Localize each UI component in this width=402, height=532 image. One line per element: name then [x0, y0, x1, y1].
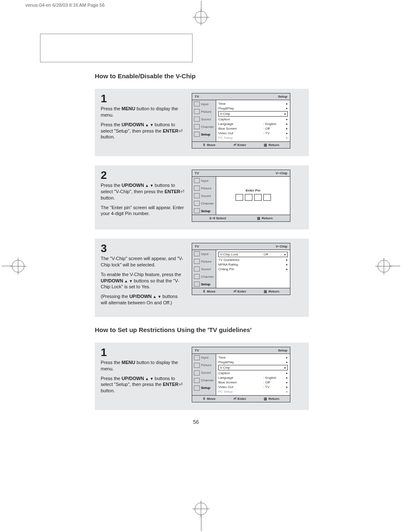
- step-number: 1: [101, 93, 185, 104]
- registration-mark-bottom: [195, 508, 207, 531]
- osd-side-input: Input: [192, 100, 216, 108]
- osd-side-channel: Channel: [192, 273, 216, 280]
- osd-title-section: V−Chip: [276, 171, 287, 175]
- step-block-b1: 1 Press the MENU button to display the m…: [95, 343, 309, 410]
- osd-side-picture: Picture: [192, 258, 216, 265]
- step-block-3: 3 The "V-Chip" screen will appear, and "…: [95, 239, 309, 317]
- title-placeholder-box: [40, 34, 193, 62]
- crop-mark-tag: venus-04-en 6/28/03 8:16 AM Page 56: [25, 3, 105, 8]
- osd-side-sound: Sound: [192, 192, 216, 200]
- osd-side-channel: Channel: [192, 123, 216, 130]
- osd-side-sound: Sound: [192, 265, 216, 273]
- osd-title-tv: TV: [195, 95, 199, 98]
- enter-pin-label: Enter Pin: [246, 189, 260, 192]
- osd-title-tv: TV: [195, 171, 199, 175]
- registration-mark-right: [384, 266, 400, 266]
- section-heading-2: How to Set up Restrictions Using the 'TV…: [95, 326, 360, 333]
- osd-side-setup: Setup: [192, 207, 216, 215]
- step-paragraph: The "Enter pin" screen will appear. Ente…: [101, 205, 185, 217]
- osd-side-input: Input: [192, 354, 216, 362]
- registration-mark-top: [195, 1, 207, 24]
- osd-side-setup: Setup: [192, 384, 216, 392]
- osd-screenshot-vchip-menu: TV V−Chip Input Picture Sound Channel Se…: [192, 243, 290, 295]
- osd-title-section: Setup: [278, 348, 287, 352]
- osd-side-input: Input: [192, 250, 216, 258]
- osd-side-setup: Setup: [192, 130, 216, 138]
- osd-screenshot-setup: TV Setup Input Picture Sound Channel Set…: [192, 347, 290, 402]
- osd-title-section: Setup: [278, 95, 287, 98]
- osd-side-picture: Picture: [192, 362, 216, 369]
- step-paragraph: (Pressing the UP/DOWN ▲ ▼ buttons will a…: [101, 293, 185, 306]
- osd-title-tv: TV: [195, 348, 199, 352]
- step-number: 2: [101, 170, 185, 181]
- step-paragraph: Press the UP/DOWN ▲ ▼ buttons to select …: [101, 182, 185, 201]
- osd-side-sound: Sound: [192, 369, 216, 377]
- step-paragraph: To enable the V-Chip feature, press the …: [101, 271, 185, 290]
- osd-row-highlighted: V-Chip▸: [218, 365, 288, 370]
- step-number: 1: [101, 347, 185, 358]
- pin-entry-boxes: [236, 194, 271, 201]
- step-paragraph: Press the UP/DOWN ▲ ▼ buttons to select …: [101, 375, 185, 394]
- osd-side-setup: Setup: [192, 280, 216, 288]
- step-block-1: 1 Press the MENU button to display the m…: [95, 89, 309, 156]
- osd-screenshot-vchip-pin: TV V−Chip Input Picture Sound Channel Se…: [192, 170, 290, 222]
- osd-row-highlighted: V-Chip▸: [218, 111, 288, 117]
- osd-side-picture: Picture: [192, 184, 216, 192]
- osd-side-channel: Channel: [192, 200, 216, 207]
- step-paragraph: Press the UP/DOWN ▲ ▼ buttons to select …: [101, 122, 185, 141]
- osd-side-input: Input: [192, 177, 216, 184]
- step-paragraph: Press the MENU button to display the men…: [101, 106, 185, 118]
- registration-mark-left: [2, 266, 18, 266]
- osd-side-channel: Channel: [192, 377, 216, 384]
- step-block-2: 2 Press the UP/DOWN ▲ ▼ buttons to selec…: [95, 165, 309, 229]
- osd-side-sound: Sound: [192, 115, 216, 123]
- step-paragraph: The "V-Chip" screen will appear, and "V-…: [101, 255, 185, 268]
- osd-title-section: V−Chip: [276, 245, 287, 248]
- osd-screenshot-setup: TV Setup Input Picture Sound Channel Set…: [192, 93, 290, 149]
- osd-side-picture: Picture: [192, 108, 216, 115]
- section-heading-1: How to Enable/Disable the V-Chip: [95, 72, 360, 80]
- step-paragraph: Press the MENU button to display the men…: [101, 359, 185, 372]
- osd-row-highlighted: V-Chip Lock: Off▸: [218, 252, 288, 257]
- page-number: 56: [95, 419, 297, 425]
- osd-title-tv: TV: [195, 245, 199, 248]
- step-number: 3: [101, 243, 185, 254]
